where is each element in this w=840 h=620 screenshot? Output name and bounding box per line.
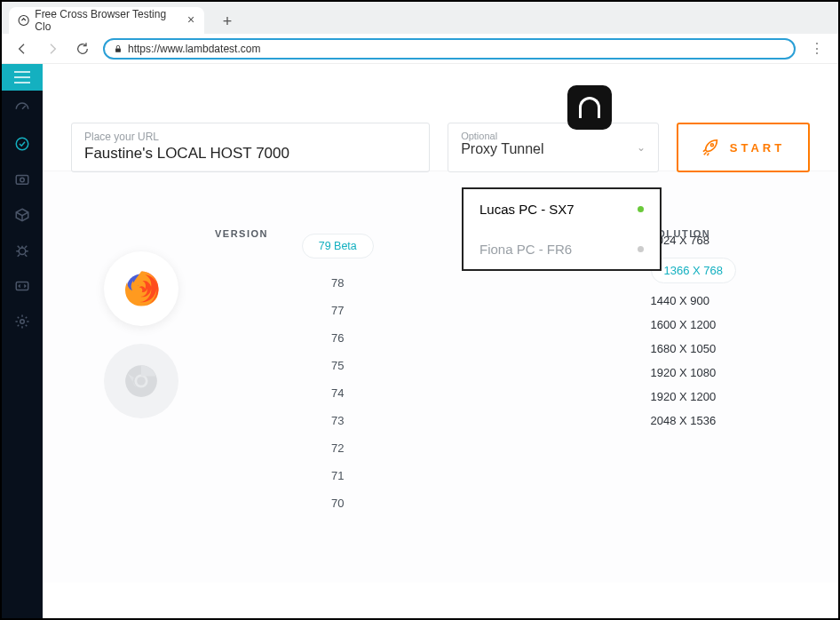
version-option[interactable]: 77 [331,300,344,321]
settings-icon[interactable] [2,304,43,339]
firefox-icon [120,267,162,310]
svg-point-4 [20,178,25,182]
proxy-option[interactable]: Fiona PC - FR6 [464,229,660,269]
version-option[interactable]: 73 [331,410,344,431]
version-option[interactable]: 71 [331,465,344,486]
proxy-label: Optional [461,131,646,141]
resolution-option[interactable]: 2048 X 1536 [651,414,717,427]
browser-tabbar: Free Cross Browser Testing Clo × + [2,2,838,34]
version-option[interactable]: 70 [331,493,344,513]
version-option[interactable]: 75 [331,355,344,376]
svg-point-7 [20,320,25,324]
resolution-option[interactable]: 1920 X 1200 [651,390,717,403]
box-icon[interactable] [2,197,43,233]
version-option[interactable]: 72 [331,438,344,458]
integrations-icon[interactable] [2,268,43,304]
svg-point-2 [16,138,28,150]
chrome-option[interactable] [104,344,178,418]
main-panel: Place your URL Faustine's LOCAL HOST 700… [43,64,838,618]
version-option[interactable]: 78 [331,273,344,293]
proxy-option[interactable]: Lucas PC - SX7 [464,189,660,229]
resolution-option[interactable]: 1920 X 1080 [651,366,717,379]
browser-tab[interactable]: Free Cross Browser Testing Clo × [9,7,204,34]
chevron-down-icon: ⌄ [637,141,646,154]
svg-rect-1 [115,48,121,52]
new-tab-button[interactable]: + [215,9,240,34]
bug-icon[interactable] [2,233,43,268]
hamburger-icon[interactable] [2,64,43,91]
resolution-option[interactable]: 1440 X 900 [651,294,710,307]
chrome-icon [122,362,161,401]
app-badge [567,85,612,130]
proxy-option-label: Fiona PC - FR6 [479,242,572,257]
svg-point-8 [710,144,713,147]
browser-menu-icon[interactable]: ⋮ [806,40,828,57]
svg-rect-3 [16,176,28,185]
lambdatest-favicon [18,14,29,27]
start-button[interactable]: START [677,123,810,172]
firefox-option[interactable] [104,251,178,326]
rocket-icon [701,138,721,157]
url-input[interactable]: Place your URL Faustine's LOCAL HOST 700… [71,123,430,172]
svg-point-12 [137,377,146,386]
version-option[interactable]: 74 [331,383,344,403]
reload-button[interactable] [73,39,92,59]
url-text: https://www.lambdatest.com [128,43,260,55]
back-button[interactable] [12,39,32,59]
resolution-column: RESOLUTION 1024 X 7681366 X 7681440 X 90… [633,191,839,583]
dashboard-icon[interactable] [2,91,43,126]
proxy-dropdown: Lucas PC - SX7Fiona PC - FR6 [462,187,662,271]
proxy-value: Proxy Tunnel [461,141,646,157]
url-box[interactable]: https://www.lambdatest.com [103,38,796,60]
tab-title: Free Cross Browser Testing Clo [35,8,178,33]
version-column: VERSION 79 Beta 787776757473727170 [240,191,437,583]
status-dot [638,206,644,212]
start-label: START [730,141,785,155]
close-icon[interactable]: × [185,13,197,26]
url-label: Place your URL [84,131,416,143]
resolution-option[interactable]: 1366 X 768 [651,258,737,283]
version-option[interactable]: 76 [331,328,344,348]
status-dot [638,246,644,252]
browser-addressbar: https://www.lambdatest.com ⋮ [2,34,838,64]
resolution-option[interactable]: 1680 X 1050 [651,342,717,355]
proxy-option-label: Lucas PC - SX7 [479,202,575,217]
proxy-tunnel-select[interactable]: Optional Proxy Tunnel ⌄ [448,123,659,172]
version-selected[interactable]: 79 Beta [302,234,374,258]
svg-point-5 [19,248,26,255]
screenshot-icon[interactable] [2,162,43,197]
svg-point-0 [19,15,28,25]
forward-button[interactable] [43,39,62,59]
realtime-test-icon[interactable] [2,126,43,162]
resolution-option[interactable]: 1600 X 1200 [651,318,717,331]
browser-column [43,191,240,583]
lock-icon [114,44,123,54]
side-rail [2,64,43,618]
url-value: Faustine's LOCAL HOST 7000 [84,145,416,163]
